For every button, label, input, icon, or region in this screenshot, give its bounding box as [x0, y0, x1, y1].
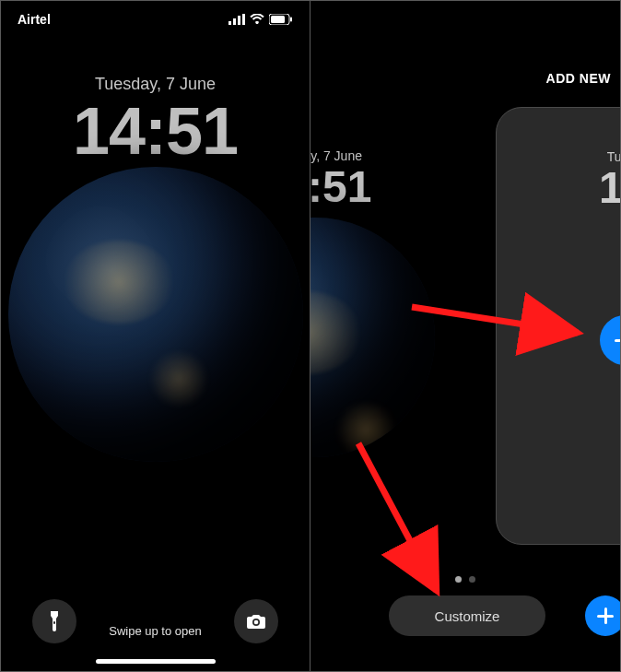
svg-rect-2 — [238, 16, 240, 25]
page-dot — [469, 576, 475, 583]
earth-wallpaper-mini — [310, 218, 435, 457]
home-indicator[interactable] — [96, 659, 216, 664]
page-indicator — [310, 576, 620, 583]
svg-rect-0 — [228, 21, 231, 25]
svg-rect-1 — [233, 18, 236, 25]
card-time: 14:5 — [497, 166, 621, 210]
lock-time: 14:51 — [1, 98, 310, 164]
add-new-heading: ADD NEW — [546, 71, 611, 86]
carrier-label: Airtel — [18, 12, 51, 27]
svg-rect-3 — [242, 14, 245, 25]
add-wallpaper-button[interactable] — [600, 315, 621, 365]
card-date: Tuesday, 7 J — [497, 149, 621, 164]
page-dot — [455, 576, 462, 583]
customize-button[interactable]: Customize — [389, 595, 545, 636]
earth-wallpaper — [8, 167, 303, 462]
card-date: Tuesday, 7 June — [310, 148, 444, 163]
status-icons — [228, 14, 293, 25]
new-wallpaper-card[interactable]: Tuesday, 7 J 14:5 — [496, 107, 621, 545]
current-wallpaper-card[interactable]: Tuesday, 7 June 14:51 — [310, 107, 444, 545]
lock-screen-panel: Airtel Tuesday, 7 June 14:51 Swipe up to… — [0, 0, 310, 672]
add-button-small[interactable] — [585, 595, 621, 636]
wifi-icon — [250, 14, 264, 25]
card-time: 14:51 — [310, 165, 444, 209]
battery-icon — [269, 14, 293, 25]
cellular-signal-icon — [228, 14, 245, 25]
customize-label: Customize — [435, 608, 500, 624]
plus-icon — [615, 339, 621, 342]
status-bar: Airtel — [1, 1, 310, 38]
wallpaper-gallery-panel: ADD NEW Tuesday, 7 June 14:51 Tuesday, 7… — [310, 0, 621, 672]
svg-rect-6 — [271, 16, 285, 23]
svg-rect-7 — [290, 18, 292, 22]
svg-point-4 — [255, 21, 258, 24]
swipe-up-label: Swipe up to open — [1, 624, 310, 638]
lock-date: Tuesday, 7 June — [1, 75, 310, 94]
plus-icon — [604, 607, 607, 624]
clock-block: Tuesday, 7 June 14:51 — [1, 75, 310, 164]
